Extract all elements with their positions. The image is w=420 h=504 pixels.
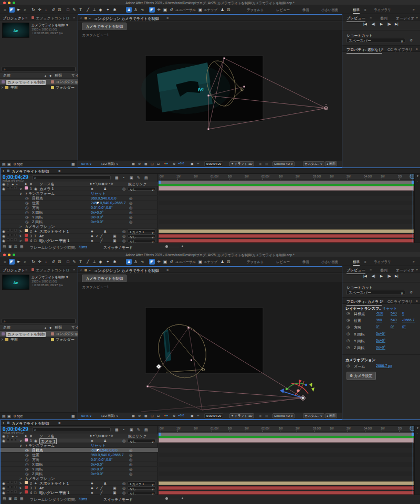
audio-column-icon[interactable]: ♪ <box>7 434 9 438</box>
hand-tool-icon[interactable]: ☛ <box>16 7 22 13</box>
layer-name[interactable]: Ae <box>39 486 44 490</box>
text-layer-bar[interactable] <box>159 486 414 490</box>
eye-icon[interactable]: ◉ <box>2 481 5 486</box>
universal-rotate-icon[interactable]: ↺ <box>169 7 174 13</box>
project-row-folder[interactable]: > 平面 フォルダー <box>0 85 78 90</box>
switches-column-icons[interactable]: ♣✦╲fx▦⊘◔⊛ <box>90 434 114 438</box>
parent-dropdown[interactable]: なし∨ <box>128 486 155 490</box>
zoom-slider-thumb[interactable] <box>165 497 168 500</box>
workspace-small-screen[interactable]: 小さい画面 <box>321 260 338 265</box>
eraser-tool-icon[interactable]: ◆ <box>98 7 103 13</box>
bit-depth-label[interactable]: 8 bpc <box>14 161 23 168</box>
source-name-column[interactable]: ソース名 <box>39 434 54 438</box>
pan-behind-tool-icon[interactable]: ⊡ <box>57 7 62 13</box>
motion-blur-master-icon[interactable]: ✎ <box>137 428 140 432</box>
camera-layer-bar[interactable] <box>159 186 414 191</box>
puppet-pin-tool-icon[interactable]: ✱ <box>112 7 118 13</box>
snap-box-icon[interactable]: ▣ <box>197 7 203 13</box>
threed-switch-icon[interactable]: ▣ <box>113 234 117 238</box>
property-value[interactable]: 960.0,540.0,-2666.7 <box>91 453 124 457</box>
pickwhip-icon[interactable]: ◎ <box>129 462 132 467</box>
stopwatch-icon[interactable]: ◷ <box>25 471 28 476</box>
prop-value-z[interactable]: 0 <box>402 311 404 316</box>
video-column-icon[interactable]: ◉ <box>2 182 5 186</box>
parent-link-column[interactable]: 親とリンク <box>128 434 147 438</box>
tab-preview[interactable]: プレビュー <box>346 16 365 22</box>
label-swatch[interactable] <box>25 486 28 489</box>
last-frame-button[interactable]: ▶| <box>395 22 398 26</box>
eye-icon[interactable]: ◉ <box>2 186 5 191</box>
tab-effect-controls[interactable]: エフェクトコントロール <box>36 16 70 21</box>
panel-menu-icon[interactable]: ≡ <box>370 16 372 19</box>
parent-dropdown[interactable]: なし∨ <box>128 491 155 495</box>
property-row-z-rotation[interactable]: ◷ Z 回転 0x+0.0° ◎ <box>1 219 158 224</box>
stopwatch-icon[interactable]: ◷ <box>25 205 28 210</box>
property-value[interactable]: 0x+0.0° <box>91 215 103 219</box>
parent-pickwhip-icon[interactable]: ◎ <box>122 234 125 238</box>
roto-brush-tool-icon[interactable]: ✦ <box>105 7 111 13</box>
workspace-learn[interactable]: 学習 <box>302 8 309 13</box>
motion-blur-icon[interactable]: ╱ <box>100 486 102 490</box>
exposure-gear-icon[interactable]: ⚙ <box>173 162 175 165</box>
prop-value[interactable]: 0x+0° <box>376 332 385 336</box>
label-swatch[interactable] <box>25 234 28 237</box>
tab-cc-libraries[interactable]: CC ライブラリ <box>387 299 413 304</box>
switches-column-icons[interactable]: ♣✦╲fx▦⊘◔⊛ <box>90 182 114 186</box>
label-swatch[interactable] <box>25 186 28 190</box>
lasso-icon[interactable]: ∿ <box>140 7 145 13</box>
frame-blend-icon[interactable]: ◐ <box>96 486 98 490</box>
orbit-camera-tool-icon[interactable]: ↻ <box>30 7 36 13</box>
exposure-value[interactable]: +0.0 <box>178 162 184 165</box>
layer-row-text[interactable]: ◉ > 3 T Ae ♣ ◐ ╱ ▣ ◎ なし∨ <box>1 486 158 490</box>
delete-icon[interactable]: ▦ <box>71 161 75 168</box>
shape-tool-icon[interactable]: □ <box>65 259 71 265</box>
project-item-name[interactable]: 平面 <box>10 85 18 90</box>
bit-depth-label[interactable]: 8 bpc <box>14 413 23 420</box>
layer-row-camera[interactable]: ◉ ∨ 1 ◉ カメラ 1 ♣ ♟ ◎ なし∨ <box>1 186 158 191</box>
extended-viewer-icon[interactable]: ▤ <box>265 162 268 165</box>
stopwatch-icon[interactable]: ◷ <box>25 215 28 219</box>
quality-icon[interactable]: ♟ <box>103 186 107 191</box>
stopwatch-icon[interactable]: ◷ <box>346 318 350 322</box>
pickwhip-icon[interactable]: ◎ <box>129 471 132 476</box>
project-list-header[interactable]: 名前 ▲ ◆ 種類 サイ <box>0 325 78 330</box>
prop-value-x[interactable]: 0° <box>376 325 380 329</box>
interpret-footage-icon[interactable]: ▤ <box>2 413 6 420</box>
renderer-select[interactable]: Cinema 4D ∨ <box>272 161 295 166</box>
more-tabs-icon[interactable]: » <box>416 299 418 303</box>
eraser-tool-icon[interactable]: ◆ <box>98 259 103 265</box>
type-tool-icon[interactable]: T <box>78 7 83 13</box>
workspace-library[interactable]: ライブラリ <box>374 260 391 265</box>
ground-plane-icon[interactable]: ▣ <box>259 414 262 417</box>
more-tabs-icon[interactable]: » <box>73 268 75 271</box>
property-label[interactable]: 方向 <box>32 457 39 462</box>
property-value[interactable]: 0x+0.0° <box>91 471 103 476</box>
character-tool-icon[interactable]: ♟ <box>126 7 132 13</box>
universal-select-icon[interactable]: ◤ <box>149 259 155 265</box>
stopwatch-icon[interactable]: ◷ <box>25 210 28 215</box>
panel-back-icon[interactable]: ‹ <box>3 421 4 425</box>
motion-blur-master-icon[interactable]: ✎ <box>137 176 140 180</box>
person-small-icon[interactable]: ♟ <box>219 7 225 13</box>
expand-layers-icon[interactable]: ▤ <box>3 245 6 249</box>
pan-camera-tool-icon[interactable]: ✛ <box>37 7 43 13</box>
playhead[interactable] <box>413 426 413 495</box>
folder-twirl-icon[interactable]: > <box>1 337 3 342</box>
twirl-closed-icon[interactable]: > <box>19 234 22 238</box>
shy-icon[interactable]: ♣ <box>91 229 93 234</box>
type-tool-icon[interactable]: T <box>78 259 83 265</box>
time-ruler[interactable]: 00f10f20f01:00f10f20f02:00f10f20f03:00f1… <box>159 174 420 180</box>
eye-icon[interactable]: ◉ <box>2 229 5 234</box>
viewer-timecode[interactable]: 0:00:04:29 <box>204 161 223 166</box>
comp-button-icon[interactable]: ◔ <box>416 432 418 435</box>
workspace-menu-icon[interactable]: ≡ <box>364 260 366 264</box>
graph-editor-icon[interactable]: ▤ <box>144 176 148 180</box>
draft-3d-toggle[interactable]: ✦ ドラフト 3D <box>229 413 254 418</box>
transparency-grid-icon[interactable]: ▩ <box>144 162 148 165</box>
mask-visibility-icon[interactable]: ⊘ <box>138 414 141 417</box>
stopwatch-icon[interactable]: ◷ <box>25 467 28 471</box>
dolly-camera-tool-icon[interactable]: ↓ <box>43 259 49 265</box>
project-item-name[interactable]: カメラでライトを制御 <box>6 332 46 337</box>
parent-dropdown[interactable]: 1.カメラ 1∨ <box>128 481 155 485</box>
twirl-closed-icon[interactable]: > <box>19 229 22 234</box>
